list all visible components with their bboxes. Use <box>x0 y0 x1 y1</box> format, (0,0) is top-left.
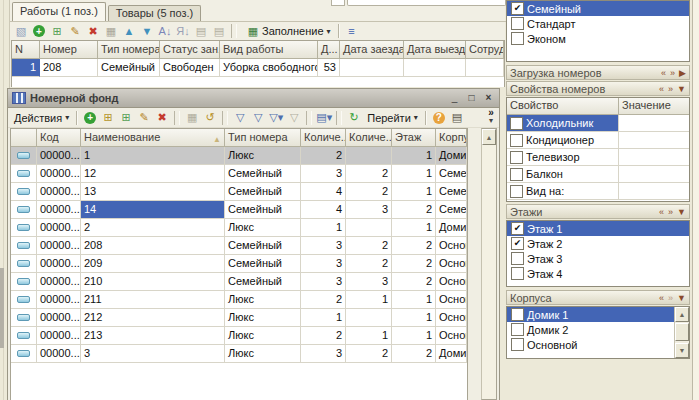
checkbox[interactable]: ✔ <box>511 32 524 45</box>
paste-page-icon[interactable]: ▤ <box>211 24 227 39</box>
list-item[interactable]: ✔ Домик 2 <box>507 322 689 337</box>
table-row[interactable]: 00000... 14 Семейный 4 3 2 Семей... <box>11 201 467 219</box>
list-item[interactable]: ✔ Эконом <box>507 31 689 46</box>
scroll-up-icon[interactable]: ▲ <box>675 307 689 322</box>
collapse-icon[interactable]: ▼ <box>677 207 686 217</box>
actions-button[interactable]: Действия ▾ <box>10 110 73 126</box>
table-row[interactable]: 00000... 213 Люкс 2 1 1 Основн... <box>11 327 467 345</box>
property-value[interactable] <box>619 149 689 166</box>
undo-icon[interactable]: ↺ <box>202 110 218 125</box>
toolbar-separator[interactable] <box>174 111 180 125</box>
property-row[interactable]: ✔ Кондиционер <box>507 132 689 149</box>
filter-settings-icon[interactable]: ▽▾ <box>268 110 284 125</box>
scroll-left-icon[interactable]: « <box>659 207 664 217</box>
list-item[interactable]: ✔ Стандарт <box>507 16 689 31</box>
table-row[interactable]: 00000... 211 Люкс 2 1 1 Основн... <box>11 291 467 309</box>
toolbar-overflow-button[interactable]: » ▾ <box>485 108 497 125</box>
vertical-scrollbar[interactable]: ▲ ▼ <box>674 307 689 358</box>
column-header[interactable]: Сотруд- <box>466 41 504 59</box>
expand-icon[interactable]: ▶ <box>679 68 686 78</box>
table-row[interactable]: 00000... 2 Люкс 1 1 Домик 1 <box>11 219 467 237</box>
list-settings-icon[interactable]: ▤ <box>449 110 465 125</box>
add-copy-icon[interactable]: ⊞ <box>118 110 134 125</box>
post-icon[interactable]: ▦ <box>184 110 200 125</box>
works-table-row[interactable]: 1 208 Семейный Свободен Уборка свободног… <box>12 59 504 77</box>
icon-column-header[interactable] <box>11 129 37 147</box>
checkbox[interactable]: ✔ <box>510 117 523 130</box>
minimize-button[interactable]: _ <box>447 92 462 105</box>
close-button[interactable]: × <box>481 92 496 105</box>
maximize-button[interactable]: □ <box>464 92 479 105</box>
sort-desc-icon[interactable]: Я↓ <box>175 24 191 39</box>
column-header[interactable]: Тип номера <box>98 41 160 59</box>
toolbar-separator[interactable] <box>336 111 342 125</box>
checkbox[interactable]: ✔ <box>510 185 523 198</box>
column-header[interactable]: Дата выезда <box>404 41 466 59</box>
column-header[interactable]: ▲ Наименование <box>81 129 225 147</box>
column-header[interactable]: Д... <box>318 41 340 59</box>
scroll-down-icon[interactable]: ▼ <box>675 343 689 358</box>
tab[interactable]: Работы (1 поз.) <box>12 2 106 21</box>
delete-icon[interactable]: ✖ <box>154 110 170 125</box>
toolbar-separator[interactable] <box>306 111 312 125</box>
column-header[interactable]: ▲ Количе... <box>346 129 392 147</box>
copy-page-icon[interactable]: ▤ <box>193 24 209 39</box>
scroll-right-icon[interactable]: » <box>670 68 675 78</box>
add-icon[interactable]: + <box>33 25 45 37</box>
column-header[interactable]: ▲ Код <box>37 129 81 147</box>
column-header[interactable]: Статус зан... <box>160 41 220 59</box>
tab[interactable]: Товары (5 поз.) <box>108 5 201 21</box>
table-row[interactable]: 00000... 12 Семейный 3 2 1 Семей... <box>11 165 467 183</box>
scroll-left-icon[interactable]: « <box>661 68 666 78</box>
table-row[interactable]: 00000... 212 Люкс 1 1 Основн... <box>11 309 467 327</box>
filter-by-value-icon[interactable]: ▽ <box>250 110 266 125</box>
collapse-icon[interactable]: ▼ <box>677 293 686 303</box>
property-row[interactable]: ✔ Холодильник <box>507 115 689 132</box>
clear-filter-icon[interactable]: ▽ <box>286 110 302 125</box>
table-row[interactable]: 00000... 13 Семейный 4 2 1 Семей... <box>11 183 467 201</box>
property-value[interactable] <box>619 183 689 200</box>
checkbox[interactable]: ✔ <box>511 222 524 235</box>
window-titlebar[interactable]: Номерной фонд _ □ × <box>8 89 499 108</box>
property-value[interactable] <box>619 166 689 183</box>
move-down-icon[interactable]: ▼ <box>139 24 155 39</box>
list-item[interactable]: ✔ Этаж 1 <box>507 221 689 236</box>
checkbox[interactable]: ✔ <box>510 151 523 164</box>
list-item[interactable]: ✔ Этаж 3 <box>507 251 689 266</box>
checkbox[interactable]: ✔ <box>510 168 523 181</box>
add-icon[interactable]: + <box>84 112 96 124</box>
table-row[interactable]: 00000... 208 Семейный 3 2 2 Основн... <box>11 237 467 255</box>
scroll-up-icon[interactable]: ▲ <box>482 129 496 145</box>
checkbox[interactable]: ✔ <box>511 323 524 336</box>
list-item[interactable]: ✔ Семейный <box>507 1 689 16</box>
scroll-right-icon[interactable]: » <box>668 293 673 303</box>
delete-icon[interactable]: ✖ <box>85 24 101 39</box>
table-row[interactable]: 00000... 209 Семейный 3 2 2 Основн... <box>11 255 467 273</box>
column-header[interactable]: Номер <box>40 41 98 59</box>
column-header[interactable]: ▲ Корпус <box>436 129 467 147</box>
checkbox[interactable]: ✔ <box>511 338 524 351</box>
edit-icon[interactable]: ✎ <box>67 24 83 39</box>
list-item[interactable]: ✔ Домик 1 <box>507 307 689 322</box>
filter-icon[interactable]: ▽ <box>232 110 248 125</box>
list-item[interactable]: ✔ Этаж 4 <box>507 266 689 281</box>
help-icon[interactable]: ? <box>433 112 445 124</box>
vertical-scrollbar[interactable]: ▲ <box>481 128 497 400</box>
save-icon[interactable]: ▦ <box>103 24 119 39</box>
list-item[interactable]: ✔ Этаж 2 <box>507 236 689 251</box>
scroll-right-icon[interactable]: » <box>668 207 673 217</box>
edit-icon[interactable]: ✎ <box>136 110 152 125</box>
property-row[interactable]: ✔ Телевизор <box>507 149 689 166</box>
add-copy-icon[interactable]: ⊞ <box>49 24 65 39</box>
column-header[interactable]: Вид работы <box>220 41 318 59</box>
property-row[interactable]: ✔ Балкон <box>507 166 689 183</box>
panel-header-floors[interactable]: Этажи « » ▼ <box>506 204 690 219</box>
property-value[interactable] <box>619 115 689 132</box>
table-row[interactable]: 00000... 1 Люкс 2 1 Домик 1 <box>11 147 467 165</box>
fill-button[interactable]: ▦ Заполнение ▾ <box>240 23 335 39</box>
column-header[interactable]: Дата заезда <box>340 41 404 59</box>
collapse-icon[interactable]: ▼ <box>677 84 686 94</box>
scrollbar-thumb[interactable] <box>675 323 689 341</box>
scroll-right-icon[interactable]: » <box>668 84 673 94</box>
property-row[interactable]: ✔ Вид на: <box>507 183 689 200</box>
